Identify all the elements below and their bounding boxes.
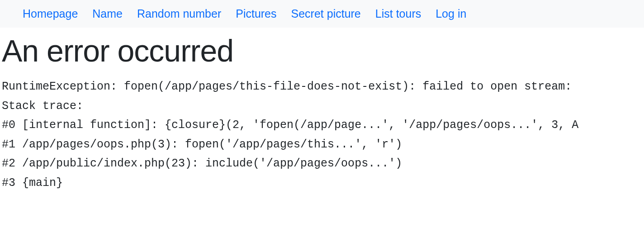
navbar: Homepage Name Random number Pictures Sec… xyxy=(0,0,644,28)
nav-link-secret-picture[interactable]: Secret picture xyxy=(291,7,361,20)
nav-link-name[interactable]: Name xyxy=(92,7,123,20)
nav-link-list-tours[interactable]: List tours xyxy=(375,7,421,20)
nav-link-log-in[interactable]: Log in xyxy=(436,7,466,20)
nav-link-pictures[interactable]: Pictures xyxy=(236,7,276,20)
page-title: An error occurred xyxy=(2,33,642,68)
nav-link-random-number[interactable]: Random number xyxy=(137,7,221,20)
error-trace: RuntimeException: fopen(/app/pages/this-… xyxy=(2,77,642,198)
nav-link-homepage[interactable]: Homepage xyxy=(23,7,78,20)
content: An error occurred RuntimeException: fope… xyxy=(0,33,644,198)
